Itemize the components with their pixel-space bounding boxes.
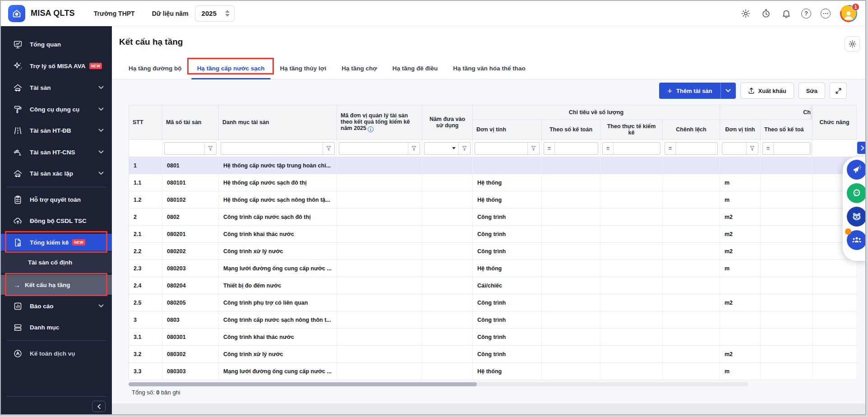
column-header-stt[interactable]: STT — [129, 105, 162, 140]
sidebar-item-tai-san-ht-db[interactable]: Tài sản HT-ĐB — [1, 122, 112, 139]
cell-1[interactable]: 080203 — [162, 260, 219, 277]
cell-5[interactable]: Công trình — [473, 311, 542, 329]
cell-9[interactable] — [720, 311, 761, 329]
filter-input[interactable] — [339, 143, 408, 154]
cell-3[interactable] — [337, 191, 422, 208]
table-row[interactable]: 2.4080204Thiết bị đo đếm nướcCái/chiếc — [129, 277, 857, 294]
cell-3[interactable] — [337, 208, 422, 226]
cell-10[interactable] — [761, 208, 813, 226]
table-row[interactable]: 2.2080202Công trình xử lý nướcCông trình… — [129, 243, 857, 260]
cell-6[interactable] — [542, 363, 600, 380]
cell-7[interactable] — [600, 157, 663, 174]
filter-funnel-icon[interactable] — [204, 143, 216, 154]
alarm-icon[interactable] — [761, 8, 771, 19]
cell-7[interactable] — [600, 363, 663, 380]
cell-5[interactable]: Công trình — [473, 329, 542, 346]
cell-2[interactable]: Công trình xử lý nước — [219, 346, 337, 363]
cell-6[interactable] — [542, 191, 600, 208]
cell-3[interactable] — [337, 174, 422, 191]
cell-6[interactable] — [542, 243, 600, 260]
cell-5[interactable]: Hệ thống — [473, 174, 542, 191]
cell-4[interactable] — [422, 363, 473, 380]
column-header-actions[interactable]: Chức năng — [813, 105, 857, 140]
cell-4[interactable] — [422, 260, 473, 277]
cell-7[interactable] — [600, 226, 663, 243]
sidebar-item-bao-cao[interactable]: Báo cáo — [1, 297, 112, 315]
cell-7[interactable] — [600, 311, 663, 329]
cell-10[interactable] — [761, 226, 813, 243]
cell-5[interactable]: Công trình — [473, 208, 542, 226]
cell-6[interactable] — [542, 311, 600, 329]
cell-6[interactable] — [542, 157, 600, 174]
cell-8[interactable] — [663, 226, 720, 243]
cell-2[interactable]: Công trình cấp nước sạch đô thị — [219, 208, 337, 226]
cell-11[interactable] — [813, 260, 857, 277]
filter-funnel-icon[interactable] — [408, 143, 420, 154]
equals-operator[interactable]: = — [603, 143, 614, 154]
cell-11[interactable] — [813, 277, 857, 294]
cell-0[interactable]: 2.1 — [129, 226, 162, 243]
cell-10[interactable] — [761, 174, 813, 191]
cell-2[interactable]: Công trình cấp nước sạch nông thôn t... — [219, 311, 337, 329]
cell-0[interactable]: 2 — [129, 208, 162, 226]
cell-2[interactable]: Thiết bị đo đếm nước — [219, 277, 337, 294]
table-row[interactable]: 1.1080101Hệ thống cấp nước sạch đô thịHệ… — [129, 174, 857, 191]
cell-11[interactable] — [813, 329, 857, 346]
add-asset-button[interactable]: + Thêm tài sản — [659, 83, 736, 99]
filter-input[interactable] — [165, 143, 204, 154]
avatar[interactable]: 1 — [840, 5, 857, 22]
cell-8[interactable] — [663, 363, 720, 380]
table-row[interactable]: 20802Công trình cấp nước sạch đô thịCông… — [129, 208, 857, 226]
misa-home-logo-icon[interactable] — [8, 5, 25, 22]
cell-3[interactable] — [337, 329, 422, 346]
column-header-qty-unit[interactable]: Đơn vị tính — [473, 120, 542, 140]
cell-1[interactable]: 080202 — [162, 243, 219, 260]
cell-10[interactable] — [761, 191, 813, 208]
sidebar-item-danh-muc[interactable]: Danh mục — [1, 319, 112, 336]
cell-7[interactable] — [600, 260, 663, 277]
cell-0[interactable]: 1.2 — [129, 191, 162, 208]
gear-icon[interactable] — [740, 8, 751, 19]
cell-0[interactable]: 3.1 — [129, 329, 162, 346]
table-row[interactable]: 3.3080303Mạng lưới đường ống cung cấp nư… — [129, 363, 857, 380]
cell-5[interactable]: Công trình — [473, 226, 542, 243]
cell-9[interactable]: m — [720, 174, 761, 191]
cell-0[interactable]: 3 — [129, 311, 162, 329]
tab-1[interactable]: Hạ tầng cấp nước sạch — [189, 58, 272, 79]
column-header-qty-diff[interactable]: Chênh lệch — [663, 120, 720, 140]
year-stepper-icon[interactable] — [225, 10, 230, 17]
sidebar-item-misa-ava[interactable]: Trợ lý số MISA AVA NEW — [1, 57, 112, 74]
cell-5[interactable] — [473, 157, 542, 174]
cell-1[interactable]: 080204 — [162, 277, 219, 294]
cell-9[interactable]: m2 — [720, 346, 761, 363]
cell-8[interactable] — [663, 174, 720, 191]
cell-3[interactable] — [337, 277, 422, 294]
cell-6[interactable] — [542, 174, 600, 191]
cell-8[interactable] — [663, 208, 720, 226]
cell-7[interactable] — [600, 329, 663, 346]
cell-3[interactable] — [337, 311, 422, 329]
cell-5[interactable]: Hệ thống — [473, 363, 542, 380]
table-row[interactable]: 10801Hệ thống cấp nước tập trung hoàn ch… — [129, 157, 857, 174]
cell-9[interactable]: m2 — [720, 226, 761, 243]
cell-6[interactable] — [542, 226, 600, 243]
cell-2[interactable]: Công trình xử lý nước — [219, 243, 337, 260]
cell-8[interactable] — [663, 311, 720, 329]
tab-5[interactable]: Hạ tầng văn hóa thể thao — [445, 58, 533, 79]
tab-3[interactable]: Hạ tầng chợ — [334, 58, 385, 79]
tab-0[interactable]: Hạ tầng đường bộ — [121, 58, 189, 79]
cell-1[interactable]: 080201 — [162, 226, 219, 243]
expand-icon[interactable] — [830, 83, 847, 99]
cell-0[interactable]: 3.3 — [129, 363, 162, 380]
table-row[interactable]: 3.1080301Công trình khai thác nướcCông t… — [129, 329, 857, 346]
column-header-qty-actual[interactable]: Theo thực tế kiểm kê — [600, 120, 663, 140]
column-header-val-book[interactable]: Theo sổ kế toá — [761, 120, 813, 140]
year-selector[interactable]: 2025 — [195, 5, 235, 22]
cell-0[interactable]: 2.5 — [129, 294, 162, 311]
cell-3[interactable] — [337, 260, 422, 277]
cell-5[interactable]: Công trình — [473, 346, 542, 363]
cell-5[interactable]: Công trình — [473, 243, 542, 260]
tab-4[interactable]: Hạ tầng đê điều — [385, 58, 446, 79]
table-row[interactable]: 3.2080302Công trình xử lý nướcCông trình… — [129, 346, 857, 363]
cell-2[interactable]: Mạng lưới đường ống cung cấp nước ... — [219, 260, 337, 277]
